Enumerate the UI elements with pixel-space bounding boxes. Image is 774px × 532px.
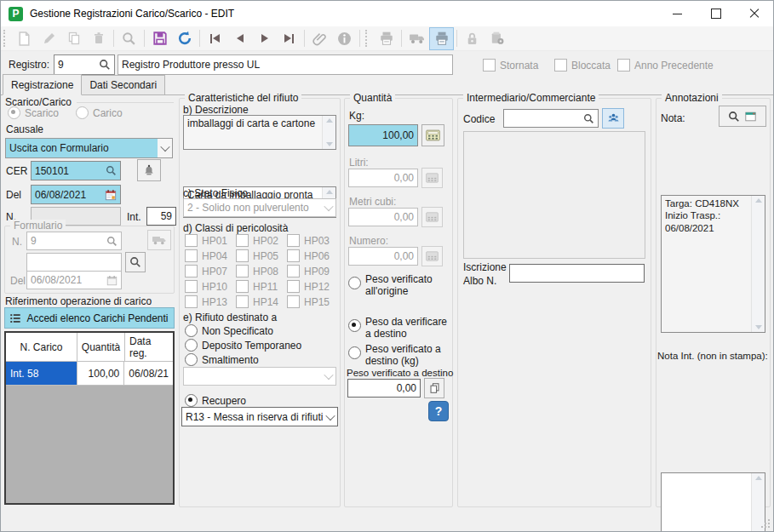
radio-carico[interactable]: Carico: [76, 106, 123, 119]
hp13-option[interactable]: HP13: [185, 295, 227, 308]
search-record-button[interactable]: [117, 27, 141, 50]
smaltimento-dropdown-button[interactable]: [321, 368, 335, 385]
radio-recupero[interactable]: Recupero: [185, 394, 246, 407]
hp15-checkbox[interactable]: [287, 295, 300, 308]
calendar-icon[interactable]: [105, 189, 117, 201]
nav-first-button[interactable]: [203, 27, 227, 50]
hp08-checkbox[interactable]: [236, 265, 249, 277]
litri-calculator-button[interactable]: [421, 168, 443, 188]
carichi-pendenti-table[interactable]: N. Carico Quantità Data reg. Int. 58 100…: [4, 331, 175, 505]
peso-copy-button[interactable]: [424, 378, 444, 398]
hp14-option[interactable]: HP14: [236, 295, 278, 308]
delete-record-button[interactable]: [86, 27, 111, 50]
radio-smaltimento[interactable]: Smaltimento: [185, 353, 259, 366]
help-button[interactable]: ?: [428, 401, 449, 421]
flag-anno-precedente[interactable]: Anno Precedente: [617, 59, 714, 72]
carico-radio-icon[interactable]: [76, 106, 89, 119]
nota-window-icon[interactable]: [744, 111, 757, 123]
maximize-button[interactable]: [697, 1, 735, 26]
bloccata-checkbox[interactable]: [554, 59, 567, 72]
nota2-textarea[interactable]: [661, 472, 765, 532]
deposito-radio-icon[interactable]: [185, 339, 198, 352]
cell-n-carico[interactable]: Int. 58: [6, 362, 77, 385]
cell-data-reg[interactable]: 06/08/21: [124, 362, 173, 385]
hp11-option[interactable]: HP11: [236, 280, 278, 293]
hp06-option[interactable]: HP06: [287, 249, 330, 262]
cer-alert-button[interactable]: [137, 159, 161, 181]
copy-record-button[interactable]: [61, 27, 86, 50]
undo-button[interactable]: [172, 27, 197, 50]
registro-input[interactable]: 9: [54, 54, 115, 75]
causale-dropdown-button[interactable]: [158, 139, 172, 157]
header-n-carico[interactable]: N. Carico: [6, 333, 77, 361]
smaltimento-combobox[interactable]: [183, 367, 336, 386]
descrizione1-scrollbar[interactable]: [322, 116, 335, 149]
metri-cubi-input[interactable]: 0,00: [348, 208, 418, 226]
hp03-option[interactable]: HP03: [287, 234, 330, 247]
metri-cubi-calculator-button[interactable]: [421, 207, 443, 227]
lock-button[interactable]: [460, 27, 484, 50]
stato-fisico-dropdown-button[interactable]: [321, 199, 335, 216]
peso-destino-kg-radio-icon[interactable]: [348, 346, 361, 359]
formulario-truck-button[interactable]: [147, 230, 171, 250]
radio-deposito-temporaneo[interactable]: Deposito Temporaneo: [185, 339, 301, 352]
causale-combobox[interactable]: Uscita con Formulario: [5, 138, 173, 158]
tab-dati-secondari[interactable]: Dati Secondari: [81, 75, 165, 95]
formulario-del-input[interactable]: 06/08/2021: [26, 271, 122, 289]
recupero-dropdown-button[interactable]: [323, 408, 337, 426]
formulario-search-icon[interactable]: [106, 236, 118, 247]
hp10-option[interactable]: HP10: [185, 280, 227, 293]
radio-peso-origine[interactable]: Peso verificato all'origine: [348, 273, 450, 298]
nav-last-button[interactable]: [277, 27, 301, 50]
table-row[interactable]: Int. 58 100,00 06/08/21: [6, 362, 173, 386]
print-transport-button[interactable]: [404, 27, 429, 50]
resize-grip[interactable]: [760, 518, 771, 529]
formulario-n-input[interactable]: 9: [26, 232, 122, 250]
hp12-checkbox[interactable]: [287, 280, 300, 293]
print-registro-button[interactable]: [429, 27, 454, 50]
iscrizione-albo-input[interactable]: [509, 264, 645, 283]
hp11-checkbox[interactable]: [236, 280, 249, 293]
hp04-option[interactable]: HP04: [185, 249, 227, 262]
codice-search-icon[interactable]: [583, 113, 594, 124]
new-record-button[interactable]: [12, 27, 37, 50]
recupero-combobox[interactable]: R13 - Messa in riserva di rifiuti p: [181, 407, 338, 426]
non-specificato-radio-icon[interactable]: [185, 324, 198, 337]
hp07-option[interactable]: HP07: [185, 265, 227, 277]
anagrafica-button[interactable]: [602, 108, 624, 129]
header-quantita[interactable]: Quantità: [77, 333, 125, 361]
anno-precedente-checkbox[interactable]: [617, 59, 630, 72]
hp01-checkbox[interactable]: [185, 234, 198, 247]
registro-search-icon[interactable]: [99, 59, 111, 71]
numero-calculator-button[interactable]: [421, 246, 443, 266]
hp10-checkbox[interactable]: [185, 280, 198, 293]
edit-record-button[interactable]: [37, 27, 61, 50]
toolbar-drag-handle-2[interactable]: [365, 30, 370, 47]
hp07-checkbox[interactable]: [185, 265, 198, 277]
numero-qty-input[interactable]: 0,00: [348, 247, 418, 266]
info-button[interactable]: [332, 27, 357, 50]
int-input[interactable]: 59: [146, 207, 176, 226]
cell-quantita[interactable]: 100,00: [77, 362, 125, 385]
hp09-checkbox[interactable]: [287, 265, 300, 277]
radio-peso-destino-kg[interactable]: Peso verificato a destino (kg): [348, 343, 450, 368]
hp04-checkbox[interactable]: [185, 249, 198, 262]
codice-input[interactable]: [503, 109, 599, 128]
peso-origine-radio-icon[interactable]: [348, 277, 361, 289]
nota-textarea[interactable]: Targa: CD418NX Inizio Trasp.: 06/08/2021: [661, 195, 765, 333]
radio-scarico[interactable]: Scarico: [8, 106, 59, 119]
tab-registrazione[interactable]: Registrazione: [3, 74, 82, 95]
hp13-checkbox[interactable]: [185, 295, 198, 308]
del-date-input[interactable]: 06/08/2021: [31, 185, 121, 204]
hp03-checkbox[interactable]: [287, 234, 300, 247]
litri-input[interactable]: 0,00: [348, 169, 418, 187]
recupero-radio-icon[interactable]: [185, 394, 198, 407]
hp05-checkbox[interactable]: [236, 249, 249, 262]
cer-input[interactable]: 150101: [31, 161, 121, 180]
archive-settings-button[interactable]: [484, 27, 509, 50]
hp14-checkbox[interactable]: [236, 295, 249, 308]
cer-search-icon[interactable]: [106, 165, 117, 176]
kg-calculator-button[interactable]: [421, 124, 444, 146]
hp02-checkbox[interactable]: [236, 234, 249, 247]
hp15-option[interactable]: HP15: [287, 295, 330, 308]
